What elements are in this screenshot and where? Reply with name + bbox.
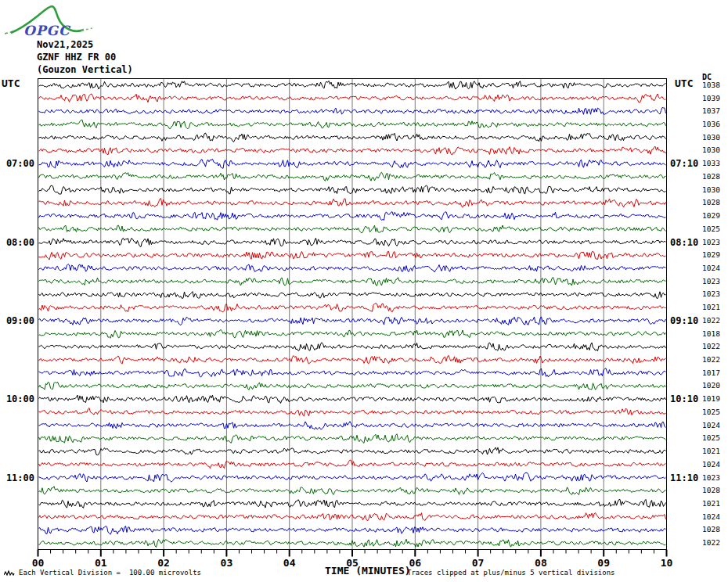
helicorder-page: OPGC Nov21,2025 GZNF HHZ FR 00 (Gouzon V…: [0, 0, 728, 582]
x-tick-label: 07: [472, 557, 485, 569]
right-hour-label: 10:10: [670, 393, 698, 404]
left-hour-label: 07:00: [6, 158, 34, 169]
dc-value: 1020: [702, 381, 720, 390]
dc-value: 1029: [702, 211, 720, 220]
dc-value: 1025: [702, 225, 720, 233]
footer-clip-note: Traces clipped at plus/minus 5 vertical …: [407, 569, 615, 577]
dc-value: 1017: [702, 368, 720, 377]
dc-value: 1037: [702, 106, 720, 115]
left-hour-label: 08:00: [6, 237, 34, 248]
right-hour-label: 07:10: [670, 158, 698, 169]
dc-value: 1028: [702, 525, 720, 534]
dc-value: 1023: [702, 289, 720, 298]
dc-value: 1022: [702, 316, 720, 325]
x-tick-label: 09: [597, 557, 610, 569]
dc-value: 1022: [702, 538, 720, 547]
footer-scale-note: Each Vertical Division = 100.00 microvol…: [19, 569, 201, 577]
dc-value: 1024: [702, 512, 720, 521]
dc-value: 1022: [702, 355, 720, 364]
left-hour-label: 10:00: [6, 393, 34, 404]
dc-value: 1039: [702, 94, 720, 102]
dc-value: 1030: [702, 133, 720, 142]
right-hour-label: 09:10: [670, 315, 698, 326]
dc-value: 1023: [702, 277, 720, 286]
dc-value: 1033: [702, 159, 720, 167]
dc-value: 1023: [702, 238, 720, 246]
dc-value: 1025: [702, 433, 720, 442]
left-hour-label: 09:00: [6, 315, 34, 326]
dc-value: 1021: [702, 447, 720, 455]
x-tick-label: 02: [157, 557, 170, 569]
right-hour-label: 11:10: [670, 472, 698, 483]
dc-value: 1036: [702, 120, 720, 128]
right-hour-label: 08:10: [670, 237, 698, 248]
x-tick-label: 01: [95, 557, 107, 569]
x-tick-label: 00: [32, 557, 45, 569]
dc-value: 1024: [702, 264, 720, 272]
dc-value: 1029: [702, 250, 720, 259]
dc-value: 1018: [702, 329, 720, 338]
dc-value: 1028: [702, 172, 720, 181]
x-tick-label: 10: [661, 557, 673, 569]
dc-value: 1024: [702, 460, 720, 469]
dc-value: 1038: [702, 81, 720, 89]
dc-value: 1019: [702, 394, 720, 403]
dc-value: 1022: [702, 342, 720, 350]
dc-value: 1028: [702, 486, 720, 494]
left-hour-label: 11:00: [6, 472, 34, 483]
dc-value: 1024: [702, 421, 720, 429]
x-tick-label: 06: [409, 557, 421, 569]
mini-wave-icon: [4, 569, 15, 577]
x-axis-label: TIME (MINUTES): [325, 565, 411, 577]
dc-value: 1021: [702, 499, 720, 508]
dc-value: 1030: [702, 185, 720, 194]
x-tick-label: 03: [221, 557, 233, 569]
dc-value: 1028: [702, 198, 720, 207]
dc-value: 1025: [702, 408, 720, 416]
x-tick-label: 04: [283, 557, 296, 569]
x-tick-label: 08: [535, 557, 547, 569]
helicorder-svg: 0001020304050607080910103810391037103610…: [0, 0, 728, 582]
dc-value: 1030: [702, 146, 720, 154]
dc-value: 1021: [702, 303, 720, 311]
dc-value: 1023: [702, 473, 720, 482]
